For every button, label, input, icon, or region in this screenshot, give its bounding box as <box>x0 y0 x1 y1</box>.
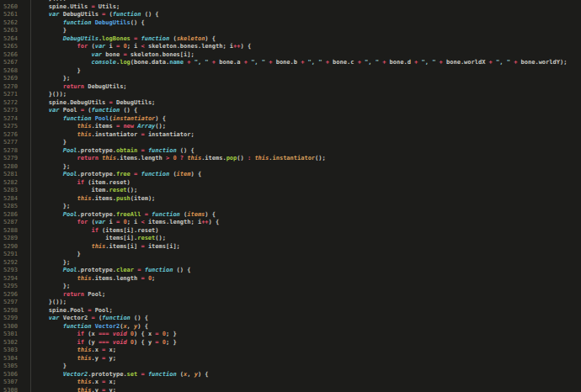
line-number: 5270 <box>0 83 31 92</box>
code-line: 5288 if (items[i].reset) <box>0 227 581 236</box>
token <box>35 339 77 346</box>
token: (); <box>155 235 166 241</box>
code-line: 5303 this.x = x; <box>0 347 581 355</box>
token: ) { <box>190 171 201 177</box>
code-text: this.y = y; <box>31 387 116 392</box>
token: () { <box>131 19 145 26</box>
token: function <box>63 323 92 330</box>
token <box>35 115 63 122</box>
token <box>35 331 77 337</box>
code-line: 5260 spine.Utils = Utils; <box>0 3 581 12</box>
code-line: 5270 return DebugUtils; <box>0 83 581 92</box>
token: bone <box>102 51 123 58</box>
code-editor[interactable]: 5259 }());5260 spine.Utils = Utils;5261 … <box>0 0 581 392</box>
token: void <box>113 331 127 337</box>
token: ) { x <box>134 331 155 337</box>
line-number: 5295 <box>0 283 31 291</box>
token: ", " <box>496 59 510 66</box>
token: () { <box>120 107 137 114</box>
token <box>35 267 63 273</box>
token <box>35 107 49 114</box>
line-number: 5286 <box>0 211 31 220</box>
code-text: function Vector2(x, y) { <box>31 323 148 331</box>
code-line: 5307 this.x = x; <box>0 379 581 387</box>
token: var <box>49 11 60 18</box>
token: (); <box>315 155 326 162</box>
code-text: items[i].reset(); <box>31 235 166 243</box>
code-text: } <box>31 251 81 259</box>
token: .items.length <box>91 275 141 282</box>
code-text: if (item.reset) <box>31 179 131 188</box>
code-line: 5274 function Pool(instantiator) { <box>0 115 581 124</box>
code-line: 5287 for (var i = 0; i < items.length; i… <box>0 219 581 227</box>
token: Vector2 <box>95 323 120 330</box>
token: return <box>77 155 99 162</box>
code-text: this.x = x; <box>31 379 116 387</box>
token <box>35 211 63 218</box>
code-text: }; <box>31 203 70 211</box>
token: () <box>237 155 248 162</box>
token: function <box>148 371 177 378</box>
code-text: if (y === void 0) { y = 0; } <box>31 339 177 347</box>
token: set <box>127 371 138 378</box>
token: this <box>77 347 92 353</box>
token: ( <box>88 43 94 50</box>
code-text: item.reset(); <box>31 187 137 195</box>
token: Array <box>137 123 155 130</box>
token: function <box>148 147 177 154</box>
line-number: 5291 <box>0 251 31 259</box>
token <box>35 171 63 177</box>
line-number: 5292 <box>0 259 31 268</box>
code-text: var Vector2 = (function () { <box>31 315 148 323</box>
token: DebugUtils <box>60 11 103 18</box>
code-line: 5285 }; <box>0 203 581 211</box>
token: bone.worldX <box>443 59 489 66</box>
token: .items <box>91 123 116 130</box>
token: skeleton.bones[i]; <box>127 51 195 58</box>
code-text: Pool.prototype.free = function (item) { <box>31 171 201 179</box>
token: .prototype. <box>77 147 116 154</box>
code-line: 5282 if (item.reset) <box>0 179 581 188</box>
line-number: 5277 <box>0 139 31 147</box>
token: ) { <box>209 219 220 225</box>
code-text: if (x === void 0) { x = 0; } <box>31 331 177 339</box>
code-line: 5261 var DebugUtils = (function () { <box>0 11 581 19</box>
line-number: 5268 <box>0 67 31 76</box>
line-number: 5263 <box>0 27 31 35</box>
line-number: 5284 <box>0 195 31 204</box>
token: () { <box>141 11 158 18</box>
line-number: 5290 <box>0 243 31 252</box>
code-line: 5276 this.instantiator = instantiator; <box>0 131 581 140</box>
token: Vector2 <box>63 371 88 378</box>
token: (item.reset) <box>84 179 131 186</box>
code-line: 5296 return Pool; <box>0 291 581 299</box>
token <box>35 347 77 353</box>
line-number: 5261 <box>0 11 31 19</box>
token: .prototype. <box>77 171 116 177</box>
token: log <box>120 59 131 66</box>
token: Pool <box>60 107 81 114</box>
token: } <box>35 27 67 34</box>
code-line: 5269 }; <box>0 75 581 83</box>
token: this <box>77 275 92 282</box>
token: this <box>77 355 92 362</box>
token: ) { <box>155 115 166 122</box>
token <box>35 195 77 202</box>
token: .prototype. <box>77 211 116 218</box>
code-text: function Pool(instantiator) { <box>31 115 166 124</box>
code-text: }()); <box>31 91 67 99</box>
token <box>35 243 91 250</box>
code-line: 5308 this.y = y; <box>0 387 581 392</box>
line-number: 5307 <box>0 379 31 387</box>
code-text: }; <box>31 75 70 83</box>
code-line: 5265 for (var i = 0; i < skeleton.bones.… <box>0 43 581 51</box>
line-number: 5300 <box>0 323 31 331</box>
token: ( <box>88 219 94 225</box>
token: DebugUtils <box>63 35 99 42</box>
code-line: 5293 Pool.prototype.clear = function () … <box>0 267 581 275</box>
token: ) { <box>137 323 148 330</box>
token: freeAll <box>116 211 141 218</box>
token: } <box>35 139 67 146</box>
token: push <box>116 195 131 202</box>
code-line: 5286 Pool.prototype.freeAll = function (… <box>0 211 581 220</box>
